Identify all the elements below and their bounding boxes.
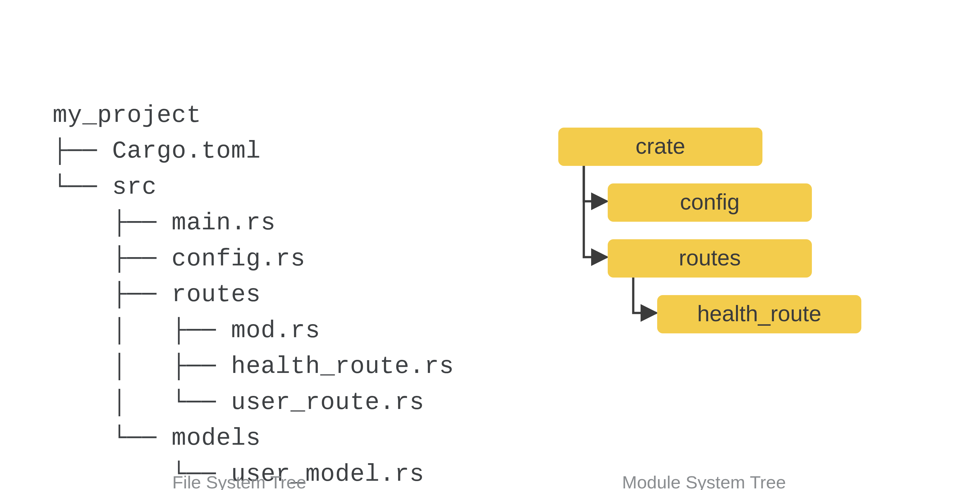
module-node-health_route: health_route (657, 295, 861, 333)
file-system-caption: File System Tree (172, 472, 306, 490)
module-system-caption: Module System Tree (622, 472, 786, 490)
module-edge-routes-health_route (633, 275, 657, 313)
file-system-tree: my_project ├── Cargo.toml └── src ├── ma… (52, 98, 454, 490)
module-node-config: config (608, 183, 812, 222)
module-edge-crate-config (584, 163, 607, 201)
diagram-canvas: my_project ├── Cargo.toml └── src ├── ma… (0, 0, 980, 490)
module-node-routes: routes (608, 239, 812, 278)
module-edge-crate-routes (584, 163, 607, 257)
module-system-tree: crateconfigrouteshealth_route (558, 127, 925, 383)
module-node-crate: crate (558, 127, 762, 166)
